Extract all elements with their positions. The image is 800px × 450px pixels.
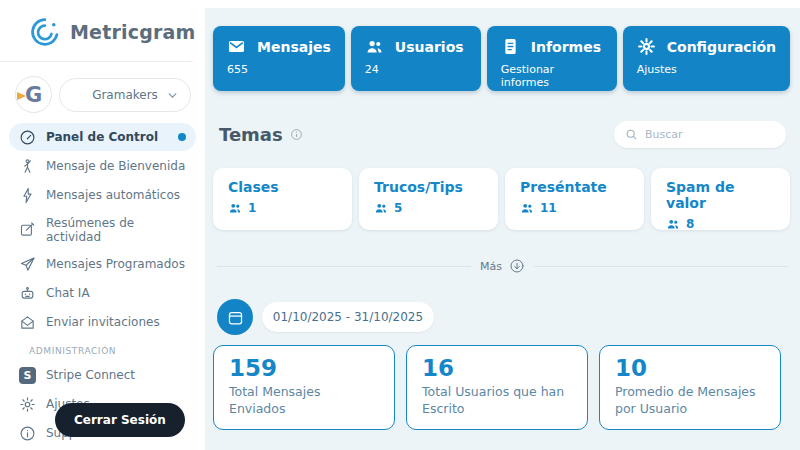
- logout-button[interactable]: Cerrar Sesión: [55, 403, 185, 437]
- robot-icon: [19, 285, 36, 302]
- date-filter-row: 01/10/2025 - 31/10/2025: [217, 299, 790, 335]
- sidebar-item-label: Mensajes Programados: [46, 257, 185, 271]
- quick-card-mensajes[interactable]: Mensajes 655: [213, 26, 345, 91]
- envelope-open-icon: [19, 314, 36, 331]
- more-label: Más: [480, 260, 502, 273]
- more-button[interactable]: Más: [480, 258, 525, 274]
- workspace-selector: G Gramakers: [0, 72, 205, 123]
- stat-card-total-mensajes: 159 Total Mensajes Enviados: [213, 345, 395, 430]
- sidebar-item-mensajes-programados[interactable]: Mensajes Programados: [9, 250, 196, 278]
- quick-card-title: Usuarios: [395, 39, 464, 55]
- search-icon: [625, 128, 638, 141]
- quick-card-title: Informes: [531, 39, 601, 55]
- users-icon: [666, 217, 680, 231]
- gear-icon: [19, 396, 36, 413]
- topic-card-trucos-tips[interactable]: Trucos/Tips 5: [359, 168, 498, 230]
- stat-value: 16: [422, 355, 572, 381]
- circle-arrow-down-icon: [509, 258, 525, 274]
- sidebar-item-label: Resúmenes de actividad: [46, 216, 186, 244]
- topic-count: 5: [394, 201, 402, 215]
- lightning-icon: [19, 187, 36, 204]
- main-area: Mensajes 655 Usuarios 24 Infor: [205, 0, 800, 450]
- stripe-icon: S: [19, 367, 36, 384]
- stat-label: Total Usuarios que han Escrito: [422, 384, 572, 418]
- topic-title: Clases: [228, 179, 337, 195]
- topic-title: Trucos/Tips: [374, 179, 483, 195]
- topic-title: Preséntate: [520, 179, 629, 195]
- topics-header-row: Temas: [219, 121, 786, 148]
- workspace-name: Gramakers: [92, 88, 158, 102]
- topics-title: Temas: [219, 124, 303, 145]
- search-input[interactable]: [645, 128, 775, 141]
- gear-icon: [637, 37, 656, 56]
- topic-count: 8: [686, 217, 694, 231]
- users-icon: [374, 201, 388, 215]
- chevron-down-icon: [166, 89, 179, 102]
- envelope-icon: [227, 37, 246, 56]
- users-icon: [520, 201, 534, 215]
- sidebar-item-label: Mensaje de Bienvenida: [46, 159, 185, 173]
- topic-title: Spam de valor: [666, 179, 775, 211]
- stat-label: Promedio de Mensajes por Usuario: [615, 384, 765, 418]
- quick-card-value: Ajustes: [637, 63, 776, 76]
- workspace-avatar: G: [15, 76, 52, 113]
- sidebar-item-stripe-connect[interactable]: S Stripe Connect: [9, 361, 196, 389]
- topic-count: 1: [248, 201, 256, 215]
- quick-cards-row: Mensajes 655 Usuarios 24 Infor: [213, 26, 790, 91]
- avatar-arrow-icon: [17, 92, 26, 100]
- more-divider: Más: [217, 258, 788, 274]
- quick-card-value: Gestionar informes: [501, 63, 603, 89]
- divider-line: [217, 266, 471, 267]
- date-range-field[interactable]: 01/10/2025 - 31/10/2025: [262, 302, 434, 332]
- sidebar-item-label: Chat IA: [46, 286, 90, 300]
- sidebar-item-panel-de-control[interactable]: Panel de Control: [9, 123, 196, 151]
- quick-card-informes[interactable]: Informes Gestionar informes: [487, 26, 617, 91]
- calendar-button[interactable]: [217, 299, 253, 335]
- sidebar: Metricgram G Gramakers Panel de Control …: [0, 0, 205, 450]
- paper-plane-icon: [19, 256, 36, 273]
- quick-card-configuracion[interactable]: Configuración Ajustes: [623, 26, 790, 91]
- gauge-icon: [19, 129, 36, 146]
- stat-label: Total Mensajes Enviados: [229, 384, 379, 418]
- workspace-dropdown[interactable]: Gramakers: [59, 78, 191, 112]
- users-icon: [365, 37, 384, 56]
- sidebar-item-enviar-invitaciones[interactable]: Enviar invitaciones: [9, 308, 196, 336]
- topic-count: 11: [540, 201, 557, 215]
- users-icon: [228, 201, 242, 215]
- stat-value: 159: [229, 355, 379, 381]
- avatar-letter: G: [25, 83, 42, 107]
- sidebar-item-mensaje-de-bienvenida[interactable]: Mensaje de Bienvenida: [9, 152, 196, 180]
- app-title: Metricgram: [70, 21, 196, 43]
- search-box: [614, 121, 786, 148]
- sidebar-item-label: Panel de Control: [46, 130, 158, 144]
- sidebar-item-label: Mensajes automáticos: [46, 188, 180, 202]
- sidebar-item-label: Stripe Connect: [46, 368, 135, 382]
- topic-cards-row: Clases 1 Trucos/Tips 5 Presént: [213, 168, 790, 230]
- divider-line: [534, 266, 788, 267]
- quick-card-title: Mensajes: [257, 39, 331, 55]
- stat-card-total-usuarios: 16 Total Usuarios que han Escrito: [406, 345, 588, 430]
- info-icon: [19, 425, 36, 442]
- stats-row: 159 Total Mensajes Enviados 16 Total Usu…: [213, 345, 790, 430]
- sidebar-item-chat-ia[interactable]: Chat IA: [9, 279, 196, 307]
- topic-card-spam-de-valor[interactable]: Spam de valor 8: [651, 168, 790, 230]
- quick-card-usuarios[interactable]: Usuarios 24: [351, 26, 481, 91]
- calendar-icon: [227, 309, 244, 326]
- topic-card-presentate[interactable]: Preséntate 11: [505, 168, 644, 230]
- info-icon[interactable]: [290, 128, 303, 141]
- quick-card-value: 655: [227, 63, 331, 76]
- quick-card-title: Configuración: [667, 39, 776, 55]
- compose-icon: [19, 221, 36, 238]
- sidebar-nav: Panel de Control Mensaje de Bienvenida M…: [0, 123, 205, 447]
- metricgram-swirl-icon: [27, 15, 61, 49]
- admin-section-label: ADMINISTRACIÓN: [9, 337, 196, 361]
- quick-card-value: 24: [365, 63, 467, 76]
- sidebar-item-mensajes-automaticos[interactable]: Mensajes automáticos: [9, 181, 196, 209]
- stat-value: 10: [615, 355, 765, 381]
- active-indicator-dot: [178, 133, 186, 141]
- sidebar-item-resumenes-de-actividad[interactable]: Resúmenes de actividad: [9, 210, 196, 249]
- topic-card-clases[interactable]: Clases 1: [213, 168, 352, 230]
- greeting-person-icon: [19, 158, 36, 175]
- app-logo: Metricgram: [0, 13, 193, 62]
- sidebar-item-label: Enviar invitaciones: [46, 315, 160, 329]
